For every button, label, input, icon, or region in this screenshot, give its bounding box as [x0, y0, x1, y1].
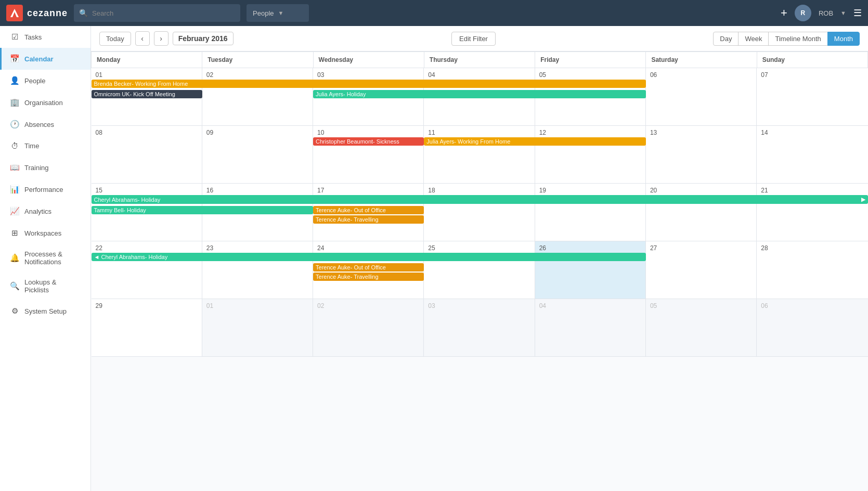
calendar-week-row: 01 02 03 04 — [92, 68, 868, 126]
calendar-toolbar: Today ‹ › February 2016 Edit Filter Day … — [91, 26, 868, 51]
day-number: 13 — [648, 128, 754, 137]
day-number: 24 — [315, 243, 421, 253]
day-number: 01 — [204, 301, 310, 311]
sidebar-item-people[interactable]: 👤 People — [0, 70, 90, 92]
day-number: 22 — [94, 243, 200, 253]
day-number: 05 — [537, 70, 643, 80]
day-number: 29 — [94, 301, 200, 311]
day-number: 25 — [426, 243, 532, 253]
day-number: 02 — [315, 301, 421, 311]
people-icon: 👤 — [10, 76, 19, 85]
calendar-week-row: 22 23 24 25 26 27 28 — [92, 241, 868, 299]
main-content: Today ‹ › February 2016 Edit Filter Day … — [91, 26, 868, 491]
sidebar-item-label: Tasks — [24, 33, 42, 41]
day-number: 12 — [537, 128, 643, 137]
day-number: 05 — [648, 301, 754, 311]
day-number: 07 — [759, 70, 865, 80]
username-label: ROB — [819, 9, 833, 17]
sidebar-item-label: People — [24, 77, 45, 85]
col-saturday: Saturday — [646, 52, 757, 68]
sidebar-item-label: Time — [24, 142, 39, 150]
day-number: 03 — [426, 301, 532, 311]
people-filter-dropdown[interactable]: People ▼ — [247, 4, 309, 22]
day-number: 15 — [94, 186, 200, 195]
view-week-button[interactable]: Week — [738, 32, 769, 46]
calendar-icon: 📅 — [10, 54, 19, 63]
sidebar-item-organisation[interactable]: 🏢 Organisation — [0, 92, 90, 113]
day-number: 11 — [426, 128, 532, 137]
sidebar-item-label: Absences — [24, 121, 54, 128]
day-number: 26 — [537, 243, 643, 253]
day-number: 21 — [759, 186, 865, 195]
col-wednesday: Wednesday — [313, 52, 424, 68]
day-number: 06 — [648, 70, 754, 80]
day-number: 17 — [315, 186, 421, 195]
prev-month-button[interactable]: ‹ — [135, 31, 150, 46]
day-number: 20 — [648, 186, 754, 195]
view-month-button[interactable]: Month — [827, 32, 860, 46]
sidebar-item-tasks[interactable]: ☑ Tasks — [0, 26, 90, 48]
view-day-button[interactable]: Day — [713, 32, 739, 46]
sidebar-item-label: Processes & Notifications — [24, 250, 82, 266]
absences-icon: 🕐 — [10, 120, 19, 129]
search-bar: 🔍 — [74, 4, 240, 22]
sidebar-item-performance[interactable]: 📊 Performance — [0, 178, 90, 200]
day-number: 06 — [759, 301, 865, 311]
sidebar-item-calendar[interactable]: 📅 Calendar — [0, 48, 90, 70]
account-menu-caret[interactable]: ▼ — [840, 10, 846, 16]
sidebar-item-absences[interactable]: 🕐 Absences — [0, 113, 90, 135]
performance-icon: 📊 — [10, 185, 19, 194]
col-monday: Monday — [92, 52, 202, 68]
sidebar-item-systemsetup[interactable]: ⚙ System Setup — [0, 300, 90, 322]
search-input[interactable] — [92, 9, 235, 17]
sidebar-item-analytics[interactable]: 📈 Analytics — [0, 200, 90, 222]
day-number: 04 — [537, 301, 643, 311]
chevron-down-icon: ▼ — [278, 10, 284, 16]
edit-filter-button[interactable]: Edit Filter — [451, 32, 496, 46]
sidebar-item-label: Organisation — [24, 99, 63, 107]
view-timeline-month-button[interactable]: Timeline Month — [768, 32, 827, 46]
sidebar-item-label: Training — [24, 164, 48, 172]
systemsetup-icon: ⚙ — [10, 306, 19, 316]
hamburger-icon[interactable]: ☰ — [853, 7, 862, 19]
processes-icon: 🔔 — [10, 253, 19, 263]
time-icon: ⏱ — [10, 141, 19, 150]
workspaces-icon: ⊞ — [10, 228, 19, 238]
day-number: 28 — [759, 243, 865, 253]
day-number: 09 — [204, 128, 310, 137]
col-thursday: Thursday — [424, 52, 535, 68]
search-icon: 🔍 — [79, 9, 88, 17]
avatar[interactable]: R — [795, 5, 811, 21]
sidebar-item-label: Lookups & Picklists — [24, 278, 82, 294]
today-button[interactable]: Today — [99, 32, 131, 46]
view-switcher: Day Week Timeline Month Month — [714, 32, 860, 46]
col-sunday: Sunday — [757, 52, 867, 68]
calendar-view: Monday Tuesday Wednesday Thursday Friday… — [91, 51, 868, 491]
sidebar-item-training[interactable]: 📖 Training — [0, 157, 90, 178]
day-number: 08 — [94, 128, 200, 137]
day-number: 23 — [204, 243, 310, 253]
logo[interactable]: cezanne — [6, 5, 68, 21]
current-month-label: February 2016 — [173, 32, 234, 45]
sidebar-item-label: Analytics — [24, 208, 51, 215]
calendar-table: Monday Tuesday Wednesday Thursday Friday… — [91, 51, 868, 357]
calendar-week-row: 15 16 17 18 19 20 21 — [92, 184, 868, 241]
nav-right: + R ROB ▼ ☰ — [781, 5, 862, 21]
day-number: 27 — [648, 243, 754, 253]
day-number: 18 — [426, 186, 532, 195]
next-month-button[interactable]: › — [154, 31, 169, 46]
sidebar-item-label: System Setup — [24, 307, 67, 315]
logo-text: cezanne — [27, 8, 68, 19]
sidebar-item-time[interactable]: ⏱ Time — [0, 135, 90, 157]
add-button[interactable]: + — [781, 6, 787, 20]
sidebar-item-workspaces[interactable]: ⊞ Workspaces — [0, 222, 90, 244]
day-number: 03 — [315, 70, 421, 80]
sidebar-item-processes[interactable]: 🔔 Processes & Notifications — [0, 244, 90, 272]
tasks-icon: ☑ — [10, 32, 19, 42]
day-number: 14 — [759, 128, 865, 137]
calendar-header-row: Monday Tuesday Wednesday Thursday Friday… — [92, 52, 868, 68]
svg-rect-0 — [6, 5, 23, 21]
sidebar: ☑ Tasks 📅 Calendar 👤 People 🏢 Organisati… — [0, 26, 91, 491]
layout: ☑ Tasks 📅 Calendar 👤 People 🏢 Organisati… — [0, 26, 868, 491]
sidebar-item-lookups[interactable]: 🔍 Lookups & Picklists — [0, 272, 90, 300]
